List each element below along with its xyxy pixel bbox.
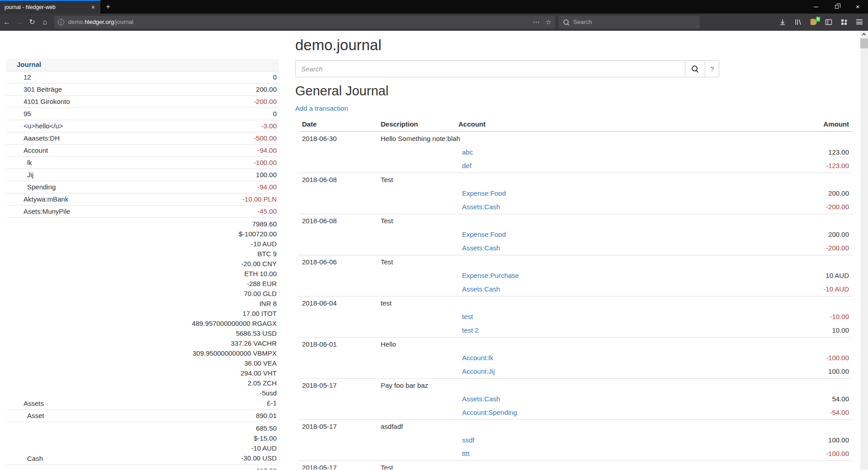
transaction-date: 2018-05-17	[298, 379, 377, 392]
posting-line: Assets:Cash-200.00	[298, 200, 853, 214]
search-icon	[692, 66, 698, 72]
back-button[interactable]: ←	[1, 16, 13, 28]
posting-account-link[interactable]: test	[462, 313, 473, 320]
window-close-button[interactable]: ×	[847, 0, 868, 14]
sidebar-account-link[interactable]: 95	[6, 109, 273, 118]
accounts-sidebar: Journal 120301 Beiträge200.004101 Giroko…	[6, 59, 279, 470]
library-button[interactable]	[791, 16, 805, 28]
sidebar-account-balance: 294.00 VHT	[192, 368, 277, 378]
posting-account-link[interactable]: Account:Jij	[462, 367, 495, 375]
site-info-icon[interactable]: i	[58, 19, 64, 25]
sidebars-button[interactable]	[822, 16, 835, 28]
new-tab-button[interactable]: +	[100, 0, 116, 14]
browser-tab[interactable]: journal - hledger-web ×	[0, 0, 100, 14]
journal-search-input[interactable]	[295, 60, 685, 77]
sidebar-account-link[interactable]: Spending	[6, 183, 257, 192]
sidebar-account-row: Asset890.01	[6, 410, 279, 422]
posting-account-link[interactable]: Expense:Food	[462, 189, 506, 197]
sidebar-account-link[interactable]: Asets:MunyPile	[6, 207, 257, 216]
posting-amount: -200.00	[708, 241, 853, 255]
sidebar-account-balance: 685.50	[241, 423, 277, 433]
transaction-description: test	[377, 296, 853, 310]
search-help-button[interactable]: ?	[705, 60, 719, 77]
posting-account-cell: tttt	[455, 447, 708, 461]
sidebar-account-balances: -45.00	[257, 207, 277, 216]
posting-account-link[interactable]: Account:lk	[462, 354, 493, 362]
url-bar[interactable]: i demo.hledger.org/journal ··· ☆	[54, 16, 555, 28]
transaction-date: 2018-06-01	[298, 338, 377, 351]
posting-account-link[interactable]: Account:Spending	[462, 409, 517, 416]
journal-link[interactable]: Journal	[17, 61, 41, 68]
sidebar-account-balance: -94.00	[257, 146, 277, 155]
transaction-header-line: 2018-06-06Test	[298, 255, 853, 269]
transaction-header-line: 2018-06-30Hello Something note:blah	[298, 132, 853, 146]
transaction-row: 2018-06-08TestExpense:Food200.00Assets:C…	[298, 214, 853, 255]
posting-account-link[interactable]: def	[462, 162, 472, 169]
sidebar-account-link[interactable]: Cash	[6, 454, 241, 463]
sidebar-account-link[interactable]: 301 Beiträge	[6, 85, 256, 94]
downloads-button[interactable]	[776, 16, 789, 28]
posting-account-link[interactable]: Assets:Cash	[462, 395, 500, 403]
home-button[interactable]: ⌂	[39, 16, 51, 28]
sidebar-account-link[interactable]: Aaasets:DH	[6, 134, 254, 143]
extension-button[interactable]: 0	[807, 16, 820, 28]
posting-account-link[interactable]: Assets:Cash	[462, 285, 500, 293]
extensions-grid-icon	[840, 19, 848, 26]
spacer	[377, 228, 455, 241]
sidebar-account-balances: -10.00 PLN	[242, 195, 277, 204]
sidebar-account-row: Cash685.50$-15.00-10 AUD-30.00 USD	[6, 422, 279, 465]
sidebar-account-balance: £-1	[192, 398, 277, 408]
sidebar-account-balance: 2.05 ZCH	[192, 378, 277, 388]
extensions-menu-button[interactable]	[837, 16, 851, 28]
page-scrollbar[interactable]	[860, 31, 868, 470]
spacer	[298, 351, 377, 365]
page-actions-icon[interactable]: ···	[533, 19, 540, 25]
sidebar-account-balance: -5usd	[192, 388, 277, 398]
sidebar-account-link[interactable]: <u>hello</u>	[6, 122, 261, 131]
spacer	[377, 187, 455, 200]
posting-account-cell: Assets:Cash	[455, 392, 708, 406]
posting-account-link[interactable]: abc	[462, 148, 473, 156]
scrollbar-thumb[interactable]	[860, 38, 868, 48]
transaction-header-line: 2018-06-01Hello	[298, 338, 853, 351]
journal-search-button[interactable]	[685, 60, 705, 77]
menu-button[interactable]	[853, 16, 866, 28]
window-restore-button[interactable]	[826, 0, 847, 14]
sidebar-account-link[interactable]: Jij	[6, 170, 256, 179]
sidebar-account-link[interactable]: Asset	[6, 411, 256, 420]
sidebar-account-link[interactable]: Account	[6, 146, 257, 155]
spacer	[298, 406, 377, 419]
sidebar-account-link[interactable]: Aktywa:mBank	[6, 195, 242, 204]
transaction-description: Test	[377, 173, 853, 187]
sidebar-account-link[interactable]: lk	[6, 158, 254, 167]
sidebar-account-row: Aktywa:mBank-10.00 PLN	[6, 193, 279, 206]
posting-amount: 10 AUD	[708, 269, 853, 282]
sidebar-account-balances: 685.50$-15.00-10 AUD-30.00 USD	[241, 423, 277, 463]
sidebar-account-link[interactable]: 12	[6, 73, 273, 82]
sidebar-account-row: Assets7989.60$-100720.00-10 AUDBTC 9-20.…	[6, 218, 279, 410]
posting-account-link[interactable]: Assets:Cash	[462, 203, 500, 211]
posting-line: Expense:Food200.00	[298, 187, 853, 200]
add-transaction-link[interactable]: Add a transaction	[295, 104, 348, 112]
window-minimize-button[interactable]	[806, 0, 826, 14]
sidebar-account-link[interactable]: 4101 Girokonto	[6, 97, 254, 106]
sidebar-account-row: -117.00	[6, 465, 279, 470]
reload-button[interactable]: ↻	[26, 16, 38, 28]
scroll-up-arrow-icon[interactable]	[862, 33, 866, 37]
sidebar-account-row: Account-94.00	[6, 145, 279, 157]
posting-line: Expense:Food200.00	[298, 228, 853, 241]
posting-account-link[interactable]: ssdf	[462, 436, 475, 444]
tab-close-icon[interactable]: ×	[90, 4, 97, 10]
posting-amount: -10 AUD	[708, 282, 853, 296]
sidebar-account-balance: -500.00	[254, 134, 277, 143]
posting-account-link[interactable]: Expense:Purchase	[462, 272, 519, 279]
bookmark-star-icon[interactable]: ☆	[546, 18, 552, 26]
posting-account-link[interactable]: test 2	[462, 326, 479, 334]
transaction-date: 2018-05-17	[298, 420, 377, 433]
posting-account-link[interactable]: Assets:Cash	[462, 244, 500, 252]
forward-button[interactable]: →	[14, 16, 25, 28]
sidebar-account-link[interactable]: Assets	[6, 399, 192, 408]
browser-search-bar[interactable]: Search	[559, 16, 700, 28]
posting-account-link[interactable]: Expense:Food	[462, 230, 506, 238]
posting-account-link[interactable]: tttt	[462, 450, 470, 457]
